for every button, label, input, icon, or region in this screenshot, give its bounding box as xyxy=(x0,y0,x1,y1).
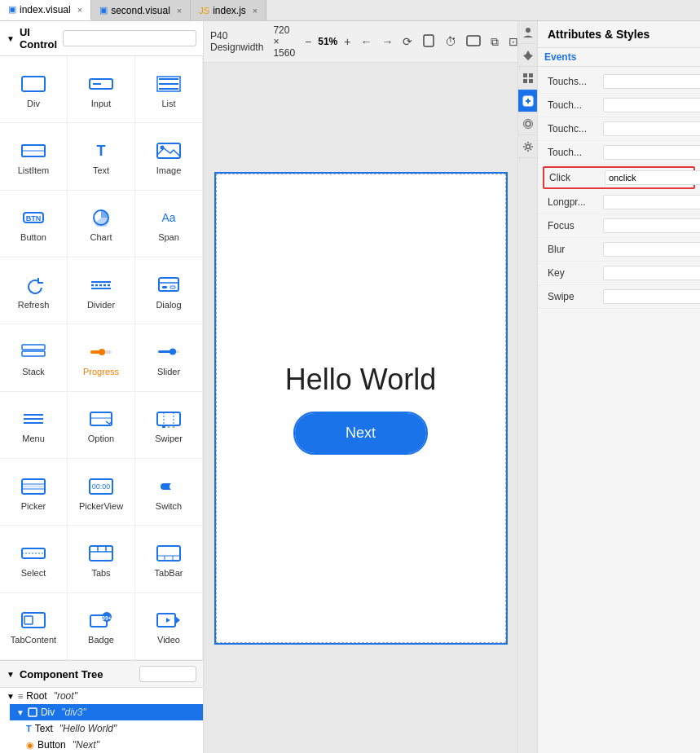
component-span[interactable]: Aa Span xyxy=(135,191,203,258)
span-icon: Aa xyxy=(154,206,183,229)
next-button[interactable]: Next xyxy=(295,413,426,453)
mobile-view-btn[interactable] xyxy=(419,33,438,51)
tab-close-btn3[interactable]: × xyxy=(253,6,258,15)
person-icon-btn[interactable] xyxy=(518,21,538,44)
component-pickerview[interactable]: 00:00 PickerView xyxy=(68,459,135,526)
zoom-out-btn[interactable]: − xyxy=(302,33,315,50)
event-row-touchmove: Touch... xyxy=(538,94,700,117)
tab-index-js[interactable]: JS index.js × xyxy=(191,0,266,20)
component-select[interactable]: Select xyxy=(0,526,68,592)
tree-node-label: Root xyxy=(26,690,46,702)
event-input-key[interactable] xyxy=(603,266,700,280)
component-image[interactable]: Image xyxy=(135,123,203,190)
svg-rect-68 xyxy=(29,708,37,716)
component-listitem[interactable]: ListItem xyxy=(0,123,68,190)
gear-icon-btn[interactable] xyxy=(518,135,538,158)
component-progress[interactable]: Progress xyxy=(68,324,135,391)
tab-close-btn2[interactable]: × xyxy=(177,6,182,15)
events-tab[interactable]: Events xyxy=(538,48,700,67)
tree-row-root[interactable]: ▼ ≡ Root "root" xyxy=(0,688,203,704)
tree-row-button[interactable]: ◉ Button "Next" xyxy=(20,737,203,753)
event-input-touchmove[interactable] xyxy=(603,98,700,112)
component-dialog[interactable]: Dialog xyxy=(135,258,203,324)
component-stack[interactable]: Stack xyxy=(0,324,68,391)
tree-row-div[interactable]: ▼ Div "div3" xyxy=(10,704,203,720)
component-div[interactable]: Div xyxy=(0,56,68,123)
right-side-icons xyxy=(517,21,537,753)
svg-point-71 xyxy=(526,28,531,33)
component-video[interactable]: Video xyxy=(135,593,203,660)
hello-world-text: Hello World xyxy=(285,363,436,397)
component-swiper[interactable]: Swiper xyxy=(135,392,203,459)
component-refresh[interactable]: Refresh xyxy=(0,258,68,324)
event-input-focus[interactable] xyxy=(603,218,700,233)
svg-point-27 xyxy=(99,349,105,355)
tab-label: index.js xyxy=(213,5,246,16)
refresh-canvas-btn[interactable]: ⟳ xyxy=(399,33,416,50)
switch-icon xyxy=(154,475,183,498)
grid2-icon-btn[interactable] xyxy=(518,67,538,90)
tabbar-icon xyxy=(154,542,183,565)
event-input-touchcancel[interactable] xyxy=(603,121,700,136)
undo-btn[interactable]: ← xyxy=(357,33,375,50)
tree-row-text[interactable]: T Text "Hello World" xyxy=(20,720,203,737)
component-label: Slider xyxy=(157,367,180,376)
component-button[interactable]: BTN Button xyxy=(0,191,68,258)
zoom-display: 51% xyxy=(318,36,337,47)
component-picker[interactable]: Picker xyxy=(0,459,68,526)
event-row-click: Click xyxy=(543,166,695,189)
device-frame: Hello World Next xyxy=(214,172,508,645)
component-badge[interactable]: 99+ Badge xyxy=(68,593,135,660)
events-icon-btn[interactable] xyxy=(518,90,538,112)
component-divider[interactable]: Divider xyxy=(68,258,135,324)
copy-btn[interactable]: ⧉ xyxy=(487,33,502,51)
event-label: Touch... xyxy=(548,99,597,111)
components-grid: Div Input List ListItem xyxy=(0,56,203,661)
component-tabs[interactable]: Tabs xyxy=(68,526,135,592)
tree-search-input[interactable] xyxy=(139,666,196,682)
redo-btn[interactable]: → xyxy=(378,33,396,50)
button-icon: BTN xyxy=(19,206,48,229)
tablet-btn[interactable] xyxy=(463,33,484,51)
tree-collapse-arrow[interactable]: ▼ xyxy=(7,670,15,679)
tab-close-btn[interactable]: × xyxy=(77,5,82,15)
component-menu[interactable]: Menu xyxy=(0,392,68,459)
chart-icon xyxy=(86,206,116,229)
collapse-arrow[interactable]: ▼ xyxy=(7,34,15,43)
event-input-touchstart[interactable] xyxy=(603,74,700,89)
svg-marker-66 xyxy=(175,616,180,624)
zoom-in-btn[interactable]: + xyxy=(341,33,354,50)
component-option[interactable]: Option xyxy=(68,392,135,459)
component-tabbar[interactable]: TabBar xyxy=(135,526,203,592)
tree-body: ▼ ≡ Root "root" ▼ Div "div3" T Text "Hel… xyxy=(0,688,203,753)
resolution-info: 720 × 1560 xyxy=(273,24,295,59)
component-text[interactable]: T Text xyxy=(68,123,135,190)
component-list[interactable]: List xyxy=(135,56,203,123)
event-input-click[interactable] xyxy=(605,170,700,185)
tab-second-visual[interactable]: ▣ second.visual × xyxy=(91,0,191,20)
event-input-longpress[interactable] xyxy=(603,195,700,209)
svg-rect-23 xyxy=(22,345,45,350)
component-chart[interactable]: Chart xyxy=(68,191,135,258)
event-input-swipe[interactable] xyxy=(603,289,700,304)
text-icon: T xyxy=(86,139,116,162)
refresh-icon xyxy=(19,274,48,297)
event-label: Touchs... xyxy=(548,76,597,87)
component-label: Button xyxy=(20,232,46,242)
component-label: Picker xyxy=(21,501,46,511)
event-input-touchend[interactable] xyxy=(603,145,700,160)
component-input[interactable]: Input xyxy=(68,56,135,123)
event-input-blur[interactable] xyxy=(603,242,700,257)
clock-btn[interactable]: ⏱ xyxy=(442,33,460,50)
sidebar-search-input[interactable] xyxy=(63,30,196,46)
tab-index-visual[interactable]: ▣ index.visual × xyxy=(0,0,91,20)
pin-icon-btn[interactable] xyxy=(518,44,538,67)
svg-text:00:00: 00:00 xyxy=(92,482,111,491)
svg-rect-61 xyxy=(24,616,33,624)
component-label: List xyxy=(161,99,175,108)
component-tabcontent[interactable]: TabContent xyxy=(0,593,68,660)
component-switch[interactable]: Switch xyxy=(135,459,203,526)
settings-icon-btn[interactable] xyxy=(518,112,538,135)
tree-node-value: "div3" xyxy=(61,707,86,718)
component-slider[interactable]: Slider xyxy=(135,324,203,391)
